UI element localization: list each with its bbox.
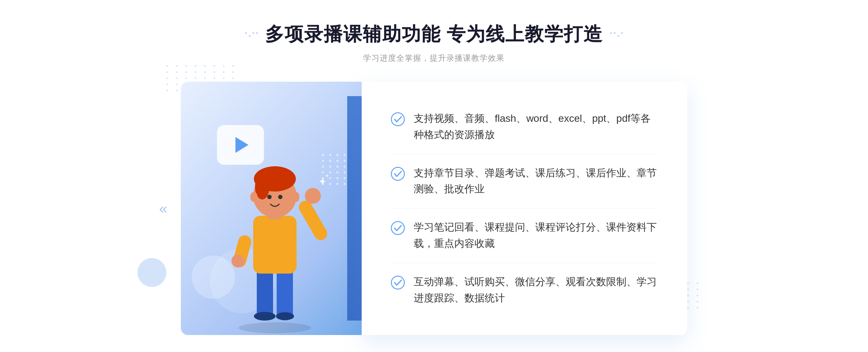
chevron-left-icon: « [159,201,167,216]
svg-point-16 [250,192,258,202]
svg-point-9 [231,254,244,267]
feature-text-4: 互动弹幕、试听购买、微信分享、观看次数限制、学习进度跟踪、数据统计 [414,274,658,306]
svg-point-4 [276,312,294,320]
dot4 [610,32,612,34]
page-container: for(let i=0;i<40;i++){ document.currentS… [0,0,868,352]
small-circle-decoration [137,258,166,287]
dot1 [245,32,247,34]
illustration-card: for(let i=0;i<30;i++){ document.currentS… [181,82,369,335]
svg-point-17 [292,192,299,202]
dot3 [614,32,616,34]
content-area: for(let i=0;i<30;i++){ document.currentS… [181,82,687,335]
svg-point-8 [305,188,321,204]
check-icon-1 [391,112,405,126]
dot3 [252,32,254,34]
check-icon-3 [391,221,405,235]
dot2 [617,35,619,37]
svg-point-3 [254,312,276,321]
svg-rect-1 [257,270,273,317]
feature-item-1: 支持视频、音频、flash、word、excel、ppt、pdf等各种格式的资源… [391,100,658,154]
features-list: 支持视频、音频、flash、word、excel、ppt、pdf等各种格式的资源… [391,100,658,317]
title-row: 多项录播课辅助功能 专为线上教学打造 [245,22,623,47]
svg-point-21 [391,167,404,180]
feature-item-3: 学习笔记回看、课程提问、课程评论打分、课件资料下载，重点内容收藏 [391,209,658,263]
dot4 [256,32,258,34]
chevron-arrows: « [159,201,167,216]
svg-point-20 [391,113,404,126]
dot1 [621,32,623,34]
svg-rect-5 [253,216,297,274]
main-title: 多项录播课辅助功能 专为线上教学打造 [265,22,603,47]
header: 多项录播课辅助功能 专为线上教学打造 学习进度全掌握，提升录播课教学效果 [245,22,623,64]
feature-text-2: 支持章节目录、弹题考试、课后练习、课后作业、章节测验、批改作业 [414,165,658,198]
title-dots-right [610,32,623,37]
check-icon-2 [391,167,405,181]
svg-rect-2 [277,270,293,317]
feature-item-4: 互动弹幕、试听购买、微信分享、观看次数限制、学习进度跟踪、数据统计 [391,263,658,317]
svg-rect-6 [297,198,329,242]
svg-point-23 [391,276,404,289]
feature-item-2: 支持章节目录、弹题考试、课后练习、课后作业、章节测验、批改作业 [391,154,658,209]
svg-point-0 [239,322,311,333]
subtitle: 学习进度全掌握，提升录播课教学效果 [363,53,505,64]
title-dots-left [245,32,258,37]
dot2 [249,35,251,37]
feature-text-3: 学习笔记回看、课程提问、课程评论打分、课件资料下载，重点内容收藏 [414,219,658,252]
figure-illustration: ✦ ✦ [206,133,344,335]
svg-point-15 [278,195,282,199]
svg-point-14 [267,195,272,199]
features-card: 支持视频、音频、flash、word、excel、ppt、pdf等各种格式的资源… [362,82,687,335]
svg-text:✦: ✦ [325,173,329,179]
check-icon-4 [391,275,405,290]
svg-point-22 [391,222,404,235]
feature-text-1: 支持视频、音频、flash、word、excel、ppt、pdf等各种格式的资源… [414,111,658,143]
